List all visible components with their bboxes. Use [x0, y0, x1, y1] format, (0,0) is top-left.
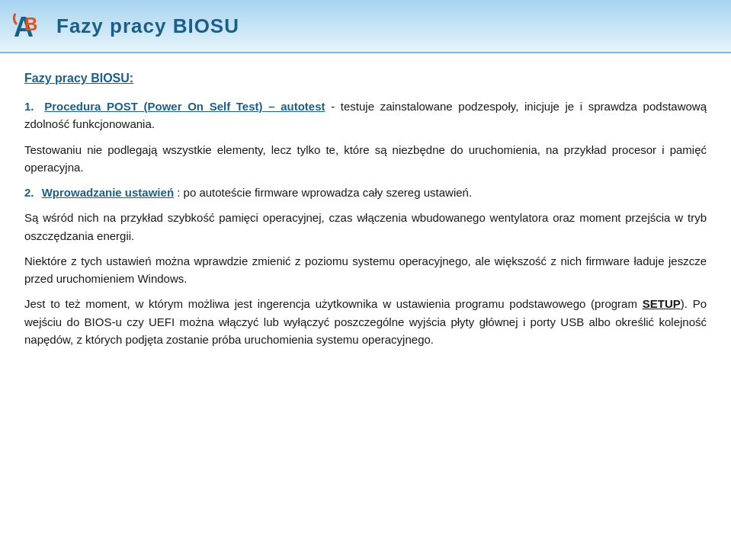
item-2-para-3: Jest to też moment, w którym możliwa jes… — [24, 295, 707, 348]
item-1-label: Procedura POST (Power On Self Test) – au… — [44, 100, 325, 113]
item-1-number: 1. — [24, 100, 34, 113]
list-item-2: 2. Wprowadzanie ustawień : po autoteście… — [24, 184, 707, 348]
list-item-1: 1. Procedura POST (Power On Self Test) –… — [24, 98, 707, 176]
item-2-number: 2. — [24, 186, 34, 199]
content-area: Fazy pracy BIOSU: 1. Procedura POST (Pow… — [0, 53, 731, 374]
page-title: Fazy pracy BIOSU — [56, 14, 239, 38]
section-heading: Fazy pracy BIOSU: — [24, 72, 707, 85]
svg-text:B: B — [24, 14, 37, 34]
logo-icon: A B — [12, 9, 46, 43]
item-2-label: Wprowadzanie ustawień — [42, 186, 174, 199]
item-2-para-2: Niektóre z tych ustawień można wprawdzie… — [24, 252, 707, 288]
setup-label: SETUP — [643, 297, 681, 310]
item-2-para-1: Są wśród nich na przykład szybkość pamię… — [24, 209, 707, 245]
item-1-dash: - — [331, 100, 341, 113]
header-bar: A B Fazy pracy BIOSU — [0, 0, 731, 53]
item-2-colon-text: : po autoteście firmware wprowadza cały … — [177, 186, 472, 199]
item-1-continuation: Testowaniu nie podlegają wszystkie eleme… — [24, 141, 707, 177]
item-2-heading-row: 2. Wprowadzanie ustawień : po autoteście… — [24, 184, 707, 201]
item-1-text: 1. Procedura POST (Power On Self Test) –… — [24, 98, 707, 133]
